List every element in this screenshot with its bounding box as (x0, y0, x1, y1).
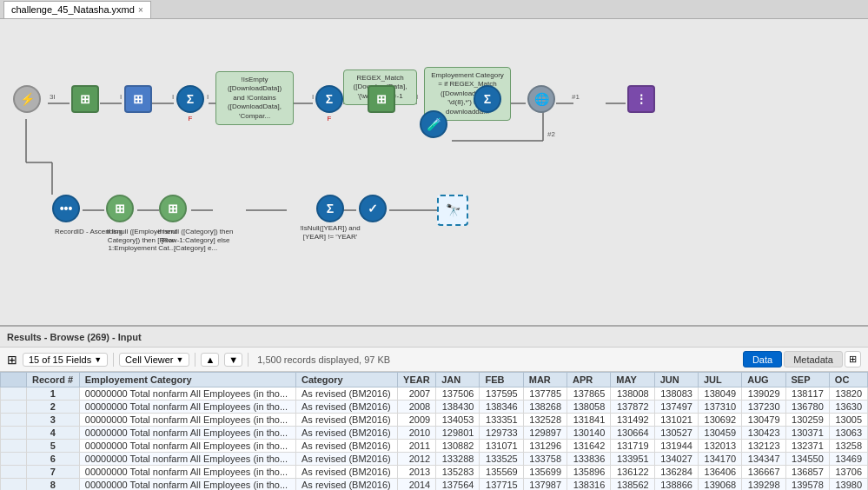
col-header-jun[interactable]: JUN (654, 373, 698, 387)
table-row[interactable]: 200000000 Total nonfarm All Employees (i… (1, 401, 868, 414)
node-circle1[interactable]: ⊞ (159, 195, 187, 222)
table-row[interactable]: 300000000 Total nonfarm All Employees (i… (1, 414, 868, 427)
node-browse1[interactable]: ⊞ (71, 85, 99, 113)
node-browse-output[interactable]: 🔭 (437, 195, 468, 226)
node-input[interactable]: ⚡ (13, 85, 41, 113)
row-icon (1, 479, 27, 491)
table-row[interactable]: 800000000 Total nonfarm All Employees (i… (1, 479, 868, 491)
table-header-row: Record # Employement Category Category Y… (1, 373, 868, 387)
table-row[interactable]: 400000000 Total nonfarm All Employees (i… (1, 427, 868, 440)
table-row[interactable]: 700000000 Total nonfarm All Employees (i… (1, 466, 868, 479)
col-header-jul[interactable]: JUL (698, 373, 741, 387)
node-formula3[interactable]: Σ (474, 85, 501, 113)
cell-6: 129897 (523, 427, 567, 440)
node-formula4[interactable]: Σ !IsNull([YEAR]) and [YEAR] != 'YEAR' (291, 195, 369, 241)
nav-up-btn[interactable]: ▲ (201, 353, 219, 367)
table-row[interactable]: 600000000 Total nonfarm All Employees (i… (1, 453, 868, 466)
node-sort[interactable]: ⋮ (627, 85, 655, 113)
cell-3: 2011 (398, 440, 436, 453)
cell-0: 5 (27, 440, 80, 453)
cell-0: 7 (27, 466, 80, 479)
col-header-may[interactable]: MAY (611, 373, 654, 387)
cell-13: 13980 (829, 479, 867, 491)
fields-icon: ⊞ (7, 353, 17, 367)
results-title: Results - Browse (269) - Input (7, 332, 142, 342)
cell-5: 138346 (480, 401, 523, 414)
col-header-mar[interactable]: MAR (523, 373, 567, 387)
cell-2: As revised (BM2016) (296, 414, 398, 427)
node-flask[interactable]: 🧪 (420, 110, 447, 138)
node-browse3[interactable]: ⊞ (106, 195, 134, 222)
col-header-apr[interactable]: APR (567, 373, 611, 387)
col-header-category[interactable]: Category (296, 373, 398, 387)
cell-13: 13469 (829, 453, 867, 466)
records-info: 1,500 records displayed, 97 KB (257, 354, 390, 365)
table-row[interactable]: 100000000 Total nonfarm All Employees (i… (1, 387, 868, 401)
tab-close-button[interactable]: × (138, 5, 143, 15)
cell-1: 00000000 Total nonfarm All Employees (in… (79, 466, 295, 479)
results-header: Results - Browse (269) - Input (0, 327, 868, 348)
cell-8: 131719 (611, 440, 654, 453)
node-multi[interactable]: ••• (52, 195, 80, 222)
cell-13: 13258 (829, 440, 867, 453)
row-icon (1, 427, 27, 440)
node-check[interactable]: ✓ (359, 195, 387, 222)
col-header-jan[interactable]: JAN (436, 373, 480, 387)
active-tab[interactable]: challenge_45_Natasha.yxmd × (3, 1, 151, 18)
cell-2: As revised (BM2016) (296, 401, 398, 414)
node-formula1[interactable]: Σ F (176, 85, 204, 123)
cell-1: 00000000 Total nonfarm All Employees (in… (79, 401, 295, 414)
cell-13: 13063 (829, 427, 867, 440)
col-header-recordnum[interactable]: Record # (27, 373, 80, 387)
col-header-aug[interactable]: AUG (742, 373, 785, 387)
cell-viewer-chevron: ▼ (176, 355, 184, 364)
grid-options-button[interactable]: ⊞ (845, 351, 861, 368)
node-filter1[interactable]: !IsEmpty ([DownloadData]) and !Contains … (215, 71, 294, 125)
cell-4: 135283 (436, 466, 480, 479)
cell-6: 131296 (523, 440, 567, 453)
table-row[interactable]: 500000000 Total nonfarm All Employees (i… (1, 440, 868, 453)
cell-12: 136857 (785, 466, 829, 479)
cell-0: 1 (27, 387, 80, 401)
cell-6: 138268 (523, 401, 567, 414)
nav-down-btn[interactable]: ▼ (224, 353, 242, 367)
cell-2: As revised (BM2016) (296, 453, 398, 466)
svg-text:I: I (120, 93, 122, 101)
cell-7: 131642 (567, 440, 611, 453)
cell-7: 135896 (567, 466, 611, 479)
cell-10: 137310 (698, 401, 741, 414)
cell-13: 13820 (829, 387, 867, 401)
cell-0: 6 (27, 453, 80, 466)
col-header-oc[interactable]: OC (829, 373, 867, 387)
cell-12: 130371 (785, 427, 829, 440)
cell-6: 137785 (523, 387, 567, 401)
col-header-year[interactable]: YEAR (398, 373, 436, 387)
col-header-sep[interactable]: SEP (785, 373, 829, 387)
cell-2: As revised (BM2016) (296, 440, 398, 453)
node-browse2[interactable]: ⊞ (368, 85, 395, 113)
data-meta-buttons: Data Metadata ⊞ (743, 351, 861, 368)
cell-4: 129801 (436, 427, 480, 440)
cell-2: As revised (BM2016) (296, 466, 398, 479)
data-table-container[interactable]: Record # Employement Category Category Y… (0, 372, 868, 490)
fields-badge[interactable]: 15 of 15 Fields ▼ (23, 353, 108, 367)
metadata-button[interactable]: Metadata (784, 351, 843, 368)
cell-12: 139578 (785, 479, 829, 491)
row-icon (1, 453, 27, 466)
cell-12: 130259 (785, 414, 829, 427)
node-formula2[interactable]: Σ F (315, 85, 343, 123)
cell-5: 137715 (480, 479, 523, 491)
cell-12: 136780 (785, 401, 829, 414)
col-header-employment[interactable]: Employement Category (79, 373, 295, 387)
cell-10: 132013 (698, 440, 741, 453)
cell-0: 2 (27, 401, 80, 414)
node-map[interactable]: 🌐 (527, 85, 555, 113)
cell-3: 2008 (398, 401, 436, 414)
cell-viewer-btn[interactable]: Cell Viewer ▼ (119, 353, 189, 367)
svg-text:3I: 3I (50, 93, 56, 101)
node-grid1[interactable]: ⊞ (124, 85, 152, 113)
cell-8: 137872 (611, 401, 654, 414)
col-header-feb[interactable]: FEB (480, 373, 523, 387)
cell-7: 137865 (567, 387, 611, 401)
data-button[interactable]: Data (743, 351, 782, 368)
